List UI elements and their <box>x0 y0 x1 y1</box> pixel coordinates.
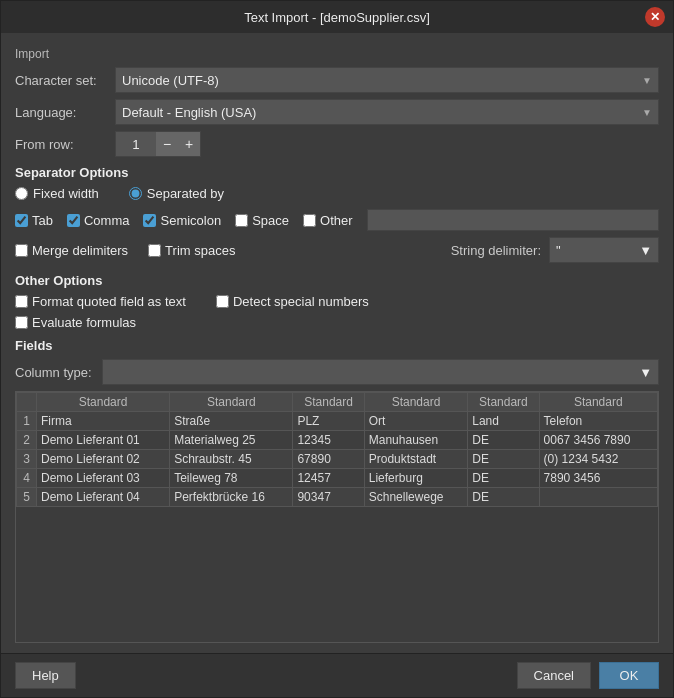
fields-label: Fields <box>15 338 659 353</box>
dialog: Text Import - [demoSupplier.csv] ✕ Impor… <box>0 0 674 698</box>
comma-check-item[interactable]: Comma <box>67 213 130 228</box>
table-cell: 12457 <box>293 469 364 488</box>
table-row: 1FirmaStraßePLZOrtLandTelefon <box>17 412 658 431</box>
table-col-header-1: Standard <box>37 393 170 412</box>
other-options-section: Other Options Format quoted field as tex… <box>15 273 659 330</box>
dialog-content: Import Character set: Unicode (UTF-8) ▼ … <box>1 33 673 653</box>
tab-label: Tab <box>32 213 53 228</box>
merge-delimiters-checkbox[interactable] <box>15 244 28 257</box>
separator-options-label: Separator Options <box>15 165 659 180</box>
separated-by-label: Separated by <box>147 186 224 201</box>
other-checkbox[interactable] <box>303 214 316 227</box>
comma-checkbox[interactable] <box>67 214 80 227</box>
table-cell: Lieferburg <box>364 469 467 488</box>
merge-string-row: Merge delimiters Trim spaces String deli… <box>15 237 659 263</box>
comma-label: Comma <box>84 213 130 228</box>
table-cell: Perfektbrücke 16 <box>170 488 293 507</box>
format-quoted-check-item[interactable]: Format quoted field as text <box>15 294 186 309</box>
table-col-header-2: Standard <box>170 393 293 412</box>
string-delimiter-combo[interactable]: " ▼ <box>549 237 659 263</box>
tab-check-item[interactable]: Tab <box>15 213 53 228</box>
table-row: 3Demo Lieferant 02Schraubstr. 4567890Pro… <box>17 450 658 469</box>
table-cell: (0) 1234 5432 <box>539 450 657 469</box>
table-col-header-3: Standard <box>293 393 364 412</box>
other-options-checks: Format quoted field as text Detect speci… <box>15 294 659 330</box>
help-button[interactable]: Help <box>15 662 76 689</box>
format-quoted-checkbox[interactable] <box>15 295 28 308</box>
table-cell: 12345 <box>293 431 364 450</box>
table-row: 2Demo Lieferant 01Materialweg 2512345Man… <box>17 431 658 450</box>
string-delimiter-group: String delimiter: " ▼ <box>451 237 659 263</box>
other-check-item[interactable]: Other <box>303 213 353 228</box>
table-cell <box>539 488 657 507</box>
character-set-arrow-icon: ▼ <box>642 75 652 86</box>
string-delimiter-arrow-icon: ▼ <box>639 243 652 258</box>
fixed-width-radio-item[interactable]: Fixed width <box>15 186 99 201</box>
column-type-arrow-icon: ▼ <box>639 365 652 380</box>
table-cell: Straße <box>170 412 293 431</box>
fixed-width-label: Fixed width <box>33 186 99 201</box>
table-cell: DE <box>468 431 539 450</box>
trim-spaces-check-item[interactable]: Trim spaces <box>148 243 235 258</box>
table-cell: DE <box>468 488 539 507</box>
column-type-combo[interactable]: ▼ <box>102 359 659 385</box>
dialog-title: Text Import - [demoSupplier.csv] <box>29 10 645 25</box>
character-set-label: Character set: <box>15 73 115 88</box>
merge-delimiters-check-item[interactable]: Merge delimiters <box>15 243 128 258</box>
detect-special-label: Detect special numbers <box>233 294 369 309</box>
language-combo[interactable]: Default - English (USA) ▼ <box>115 99 659 125</box>
table-row-num: 3 <box>17 450 37 469</box>
title-bar: Text Import - [demoSupplier.csv] ✕ <box>1 1 673 33</box>
separator-checkbox-row: Tab Comma Semicolon Space Other <box>15 209 659 231</box>
trim-spaces-label: Trim spaces <box>165 243 235 258</box>
table-row-num: 2 <box>17 431 37 450</box>
table-cell: 90347 <box>293 488 364 507</box>
table-cell: Schnellewege <box>364 488 467 507</box>
space-check-item[interactable]: Space <box>235 213 289 228</box>
separated-by-radio-item[interactable]: Separated by <box>129 186 224 201</box>
separated-by-radio[interactable] <box>129 187 142 200</box>
trim-spaces-checkbox[interactable] <box>148 244 161 257</box>
tab-checkbox[interactable] <box>15 214 28 227</box>
table-cell: Teileweg 78 <box>170 469 293 488</box>
other-options-row1: Format quoted field as text Detect speci… <box>15 294 659 309</box>
semicolon-label: Semicolon <box>160 213 221 228</box>
from-row-increment-button[interactable]: + <box>178 132 200 156</box>
detect-special-checkbox[interactable] <box>216 295 229 308</box>
fixed-width-radio[interactable] <box>15 187 28 200</box>
table-cell: Produktstadt <box>364 450 467 469</box>
other-options-row2: Evaluate formulas <box>15 315 659 330</box>
from-row-decrement-button[interactable]: − <box>156 132 178 156</box>
character-set-value: Unicode (UTF-8) <box>122 73 219 88</box>
language-arrow-icon: ▼ <box>642 107 652 118</box>
evaluate-formulas-checkbox[interactable] <box>15 316 28 329</box>
cancel-button[interactable]: Cancel <box>517 662 591 689</box>
close-button[interactable]: ✕ <box>645 7 665 27</box>
table-cell: 7890 3456 <box>539 469 657 488</box>
space-checkbox[interactable] <box>235 214 248 227</box>
separator-radio-row: Fixed width Separated by <box>15 186 659 201</box>
column-type-label: Column type: <box>15 365 92 380</box>
language-value: Default - English (USA) <box>122 105 256 120</box>
table-cell: Demo Lieferant 04 <box>37 488 170 507</box>
table-cell: 67890 <box>293 450 364 469</box>
from-row-input[interactable]: 1 <box>116 137 156 152</box>
character-set-combo[interactable]: Unicode (UTF-8) ▼ <box>115 67 659 93</box>
other-options-label: Other Options <box>15 273 659 288</box>
semicolon-checkbox[interactable] <box>143 214 156 227</box>
string-delimiter-label: String delimiter: <box>451 243 541 258</box>
table-col-header-4: Standard <box>364 393 467 412</box>
footer: Help Cancel OK <box>1 653 673 697</box>
from-row-spinbox: 1 − + <box>115 131 201 157</box>
table-col-header-6: Standard <box>539 393 657 412</box>
table-cell: DE <box>468 469 539 488</box>
string-delimiter-value: " <box>556 243 561 258</box>
semicolon-check-item[interactable]: Semicolon <box>143 213 221 228</box>
detect-special-check-item[interactable]: Detect special numbers <box>216 294 369 309</box>
evaluate-formulas-check-item[interactable]: Evaluate formulas <box>15 315 136 330</box>
from-row-label: From row: <box>15 137 115 152</box>
other-separator-input[interactable] <box>367 209 659 231</box>
ok-button[interactable]: OK <box>599 662 659 689</box>
language-row: Language: Default - English (USA) ▼ <box>15 99 659 125</box>
table-cell: Demo Lieferant 01 <box>37 431 170 450</box>
